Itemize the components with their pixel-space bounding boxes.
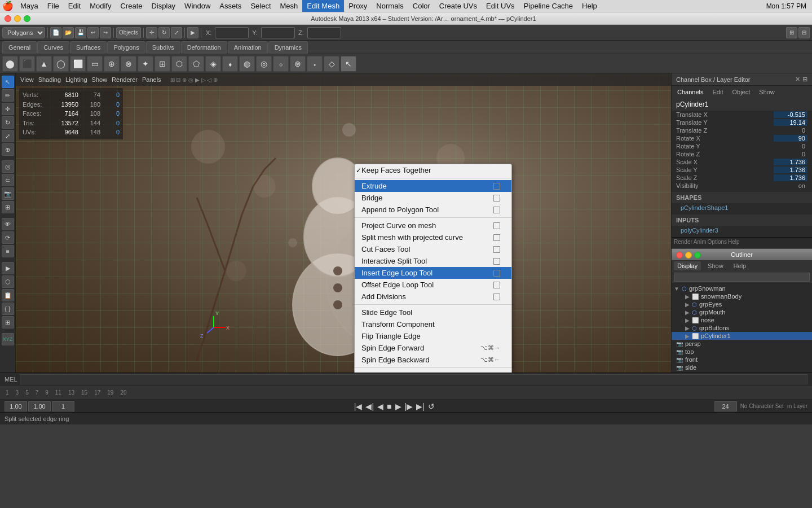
play-back-btn[interactable]: ◀ xyxy=(376,402,385,411)
play-fwd-btn[interactable]: ▶ xyxy=(394,402,403,411)
menu-item[interactable]: Keep Faces Together xyxy=(355,164,511,176)
right-tab-render[interactable]: Render xyxy=(674,239,692,245)
menu-item[interactable]: Offset Edge Loop Tool xyxy=(355,279,511,291)
shapes-item[interactable]: pCylinderShape1 xyxy=(672,203,812,212)
shelf-tool-12[interactable]: ⊛ xyxy=(290,56,306,72)
universal-tool[interactable]: ⊕ xyxy=(2,143,14,156)
viewport[interactable]: View Shading Lighting Show Renderer Pane… xyxy=(16,73,671,373)
menu-item[interactable]: Interactive Split Tool xyxy=(355,255,511,267)
timeline[interactable]: 1 3 5 7 9 11 13 15 17 19 20 xyxy=(0,385,812,400)
paint-tool[interactable]: ✏ xyxy=(2,89,14,102)
playback-total[interactable] xyxy=(714,401,737,411)
menubar-window[interactable]: Window xyxy=(180,0,215,12)
shelf-tool-10[interactable]: ◎ xyxy=(256,56,272,72)
lasso-tool[interactable]: ⊂ xyxy=(2,174,14,186)
channel-value[interactable]: on xyxy=(774,182,807,189)
outliner-maximize[interactable] xyxy=(694,252,701,259)
toolbar-icon-2[interactable]: 📂 xyxy=(63,27,74,38)
attr-editor[interactable]: ≡ xyxy=(2,245,14,257)
channel-box-btn[interactable]: ⊞ xyxy=(2,316,14,329)
apple-menu[interactable]: 🍎 xyxy=(0,1,16,11)
menu-options-box[interactable] xyxy=(493,183,500,190)
channel-value[interactable]: 0 xyxy=(774,151,807,157)
menubar-assets[interactable]: Assets xyxy=(215,0,246,12)
menubar-select[interactable]: Select xyxy=(246,0,275,12)
vp-panels-menu[interactable]: Panels xyxy=(142,76,161,83)
shelf-select-tool[interactable]: ↖ xyxy=(341,56,356,72)
playback-frame[interactable] xyxy=(52,401,74,411)
tab-animation[interactable]: Animation xyxy=(228,41,268,54)
shelf-cone[interactable]: ▲ xyxy=(36,56,52,72)
menubar-create[interactable]: Create xyxy=(116,0,147,12)
outliner-btn[interactable]: 📋 xyxy=(2,289,14,301)
menu-item[interactable]: Add Divisions xyxy=(355,291,511,303)
cb-close-icon[interactable]: ✕ xyxy=(795,76,800,83)
tree-row[interactable]: ▼⬡grpSnowman xyxy=(672,284,812,292)
tree-row[interactable]: 📷side xyxy=(672,364,812,371)
playback-start[interactable] xyxy=(5,401,27,411)
menu-options-box[interactable] xyxy=(493,222,500,229)
layout-icon-2[interactable]: ⊟ xyxy=(798,27,810,38)
menubar-modify[interactable]: Modify xyxy=(85,0,116,12)
menu-options-box[interactable] xyxy=(493,373,500,373)
menu-options-box[interactable] xyxy=(493,282,500,288)
vp-view-menu[interactable]: View xyxy=(20,76,34,83)
channel-value[interactable]: 19.14 xyxy=(774,119,807,126)
menubar-file[interactable]: File xyxy=(43,0,64,12)
playback-end[interactable] xyxy=(28,401,51,411)
tree-expand-arrow[interactable]: ▶ xyxy=(685,309,690,316)
menu-item[interactable]: Spin Edge Forward⌥⌘→ xyxy=(355,342,511,354)
loop-btn[interactable]: ↺ xyxy=(427,402,436,411)
edit-mesh-menu[interactable]: Keep Faces TogetherExtrudeBridgeAppend t… xyxy=(354,164,512,373)
tree-expand-arrow[interactable]: ▶ xyxy=(685,325,690,331)
menubar-proxy[interactable]: Proxy xyxy=(344,0,372,12)
menubar-normals[interactable]: Normals xyxy=(372,0,408,12)
snap-tool[interactable]: ⊞ xyxy=(2,201,14,213)
channel-value[interactable]: 90 xyxy=(774,135,807,142)
right-tab-anim[interactable]: Anim xyxy=(694,239,707,245)
show-hide[interactable]: 👁 xyxy=(2,218,14,230)
tree-row[interactable]: ▶⬜snowmanBody xyxy=(672,292,812,300)
channel-value[interactable]: 1.736 xyxy=(774,167,807,173)
menu-item[interactable]: Project Curve on mesh xyxy=(355,220,511,231)
outliner-tab-show[interactable]: Show xyxy=(704,261,727,270)
tab-surfaces[interactable]: Surfaces xyxy=(70,41,107,54)
shelf-cube[interactable]: ⬛ xyxy=(19,56,35,72)
menu-options-box[interactable] xyxy=(493,270,500,277)
vp-show-menu[interactable]: Show xyxy=(92,76,108,83)
close-button[interactable] xyxy=(5,15,11,22)
menubar-maya[interactable]: Maya xyxy=(16,0,43,12)
menubar-display[interactable]: Display xyxy=(147,0,180,12)
shelf-tool-7[interactable]: ◈ xyxy=(205,56,221,72)
outliner-minimize[interactable] xyxy=(685,252,692,259)
shelf-tool-8[interactable]: ⬧ xyxy=(222,56,238,72)
mel-input[interactable] xyxy=(20,374,807,384)
channel-value[interactable]: 0 xyxy=(774,143,807,150)
scale-tool[interactable]: ⤢ xyxy=(2,130,14,142)
hypergraph[interactable]: ⬡ xyxy=(2,275,14,288)
layout-icon-1[interactable]: ⊞ xyxy=(786,27,797,38)
menu-options-box[interactable] xyxy=(493,234,500,241)
right-tab-options[interactable]: Options xyxy=(708,239,727,245)
toolbar-icon-3[interactable]: 💾 xyxy=(75,27,86,38)
select-tool[interactable]: ↖ xyxy=(2,76,14,88)
outliner-search-input[interactable] xyxy=(674,273,810,282)
tree-row[interactable]: ▶⬡grpMouth xyxy=(672,308,812,316)
render-view[interactable]: ▶ xyxy=(2,262,14,274)
tab-dynamics[interactable]: Dynamics xyxy=(268,41,308,54)
right-tab-help2[interactable]: Help xyxy=(728,239,740,245)
menubar-mesh[interactable]: Mesh xyxy=(276,0,303,12)
next-keyframe-btn[interactable]: ▶| xyxy=(415,402,426,411)
menu-item[interactable]: Transform Component xyxy=(355,318,511,330)
shelf-tool-13[interactable]: ⬩ xyxy=(307,56,323,72)
tab-polygons[interactable]: Polygons xyxy=(107,41,145,54)
tree-expand-arrow[interactable]: ▶ xyxy=(685,294,690,300)
tree-row[interactable]: 📷top xyxy=(672,348,812,356)
menu-options-box[interactable] xyxy=(493,294,500,300)
tab-subdivs[interactable]: Subdivs xyxy=(146,41,180,54)
scale-icon[interactable]: ⤢ xyxy=(171,27,182,38)
menubar-edit[interactable]: Edit xyxy=(64,0,85,12)
tree-expand-arrow[interactable]: ▼ xyxy=(674,286,679,292)
shelf-plane[interactable]: ▭ xyxy=(87,56,103,72)
shelf-tool-2[interactable]: ⊗ xyxy=(121,56,136,72)
